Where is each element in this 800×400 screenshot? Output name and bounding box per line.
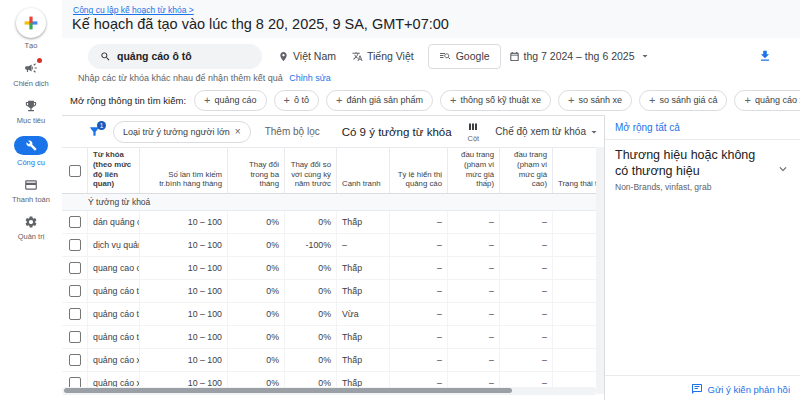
expansion-chip[interactable]: + quảng cáo [194,90,266,111]
ad-share-cell: – [390,280,448,302]
create-button[interactable] [16,8,46,38]
bid-low-cell: – [448,326,500,348]
dropdown-caret-icon [639,50,651,62]
brand-group[interactable]: Thương hiệu hoặc không có thương hiệu No… [605,140,800,198]
sidebar-item-create[interactable]: Tạo [0,8,62,50]
active-filter-chip[interactable]: Loại trừ ý tưởng người lớn × [113,121,251,143]
language-selector[interactable]: Tiếng Việt [352,50,414,62]
row-checkbox[interactable] [69,285,81,297]
edit-link[interactable]: Chỉnh sửa [289,73,331,83]
hint-text: Nhập các từ khóa khác nhau để nhận thêm … [78,73,283,83]
row-checkbox[interactable] [69,239,81,251]
ad-share-cell: – [390,326,448,348]
row-checkbox[interactable] [69,354,81,366]
sidebar-item-billing[interactable]: Thanh toán [0,178,62,204]
col-header-change-yoy[interactable]: Thay đổi so với cùng kỳ năm trước [285,148,337,193]
chip-label: đánh giá sản phẩm [346,95,423,105]
table-row: dịch vụ quản... 10 – 100 0% -100% – – – … [62,234,596,257]
expand-all-link[interactable]: Mở rộng tất cả [605,115,800,139]
expansion-chip[interactable]: + thông số kỹ thuật xe [440,90,551,111]
sidebar-item-campaigns[interactable]: Chiến dịch [0,60,62,88]
filter-button[interactable]: 1 [88,125,101,138]
chip-label: quảng cáo [215,95,257,105]
table-row: quảng cáo tr... 10 – 100 0% 0% Thấp – – … [62,280,596,303]
change-3m-cell: 0% [228,280,285,302]
keyword-cell[interactable]: quảng cáo tr... [88,303,140,325]
search-controls-row: quảng cáo ô tô Việt Nam Tiếng Việt Googl… [88,42,784,70]
keyword-cell[interactable]: quảng cáo tr... [88,280,140,302]
col-header-competition[interactable]: Cạnh tranh [337,148,390,193]
expansion-chip[interactable]: + ô tô [274,90,319,111]
view-mode-selector[interactable]: Chế độ xem từ khóa [495,126,600,138]
keyword-search-input[interactable]: quảng cáo ô tô [88,44,262,69]
row-checkbox[interactable] [69,308,81,320]
row-checkbox-cell [62,211,88,233]
row-checkbox-cell [62,303,88,325]
col-header-status[interactable]: Trạng thái tài khoản [553,148,596,193]
sidebar-item-goals[interactable]: Mục tiêu [0,99,62,125]
change-yoy-cell: 0% [285,257,337,279]
feedback-icon [691,383,703,395]
col-header-bid-high[interactable]: Giá thầu đầu trang (phạm vi mức giá cao) [500,148,553,193]
bid-high-cell: – [500,211,553,233]
chevron-down-icon[interactable] [776,162,790,176]
col-header-bid-low[interactable]: Giá thầu đầu trang (phạm vi mức giá thấp… [448,148,500,193]
expansion-label: Mở rộng thông tin tìm kiếm: [70,95,186,106]
expansion-chip[interactable]: + quảng cáo xe tải [734,90,800,111]
sidebar-item-tools[interactable]: Công cụ [0,136,62,167]
location-selector[interactable]: Việt Nam [278,50,336,62]
competition-cell: Thấp [337,280,390,302]
keyword-cell[interactable]: dán quảng c... [88,211,140,233]
change-3m-cell: 0% [228,211,285,233]
date-range-selector[interactable]: thg 7 2024 – thg 6 2025 [509,50,651,62]
vertical-scrollbar[interactable] [596,147,604,394]
add-filter-button[interactable]: Thêm bộ lọc [265,126,320,137]
expansion-chip[interactable]: + so sánh xe [558,90,632,111]
volume-cell: 10 – 100 [140,349,228,371]
keyword-cell[interactable]: quảng cáo tr... [88,326,140,348]
col-header-ad-share[interactable]: Tỷ lệ hiển thị quảng cáo [390,148,448,193]
horizontal-scrollbar-thumb[interactable] [64,388,512,393]
sidebar-item-label: Tạo [25,41,38,50]
competition-cell: – [337,234,390,256]
col-header-keyword[interactable]: Từ khóa (theo mức độ liên quan) [88,148,140,193]
row-checkbox[interactable] [69,262,81,274]
location-pin-icon [278,51,289,62]
row-checkbox[interactable] [69,216,81,228]
network-selector[interactable]: Google [428,44,501,69]
keyword-cell[interactable]: dịch vụ quản... [88,234,140,256]
brand-group-values: Non-Brands, vinfast, grab [615,182,770,192]
select-all-checkbox[interactable] [69,165,81,177]
trophy-icon [24,99,38,113]
breadcrumb[interactable]: Công cụ lập kế hoạch từ khóa > [73,5,194,15]
competition-cell: Vừa [337,303,390,325]
close-icon[interactable]: × [235,126,241,137]
keyword-cell[interactable]: quảng cáo x... [88,349,140,371]
row-checkbox-cell [62,257,88,279]
row-checkbox[interactable] [69,331,81,343]
sidebar-item-admin[interactable]: Quản trị [0,215,62,241]
bid-low-cell: – [448,280,500,302]
chip-label: so sánh xe [578,95,622,105]
expansion-chip[interactable]: + so sánh giá cả [639,90,727,111]
col-header-change-3m[interactable]: Thay đổi trong ba tháng [228,148,285,193]
keyword-planner-app: Tạo Chiến dịch Mục tiêu Công cụ [0,0,800,400]
volume-cell: 10 – 100 [140,257,228,279]
sidebar: Tạo Chiến dịch Mục tiêu Công cụ [0,0,62,400]
keyword-cell[interactable]: quang cao oto [88,257,140,279]
plus-icon: + [450,95,456,106]
horizontal-scrollbar[interactable] [62,387,596,394]
columns-button[interactable]: Cột [467,121,479,143]
send-feedback-link[interactable]: Gửi ý kiến phản hồi [691,383,790,395]
sidebar-item-label: Quản trị [18,232,45,241]
notification-dot [37,58,42,63]
ad-share-cell: – [390,303,448,325]
change-yoy-cell: -100% [285,234,337,256]
competition-cell: Thấp [337,257,390,279]
bid-high-cell: – [500,303,553,325]
download-button[interactable] [758,49,772,63]
megaphone-icon [24,61,38,75]
col-header-volume[interactable]: Số lần tìm kiếm tr.bình hàng tháng [140,148,228,193]
expansion-chip[interactable]: + đánh giá sản phẩm [326,90,433,111]
search-icon [100,51,111,62]
